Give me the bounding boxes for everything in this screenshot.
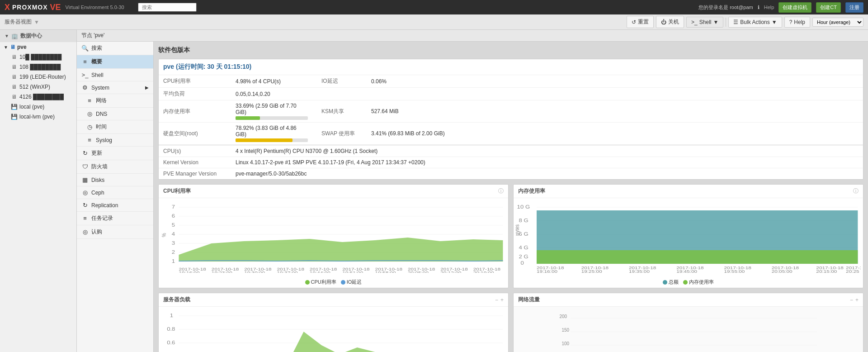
login-button[interactable]: 注册 [845,2,863,13]
sidebar-item-vm-512[interactable]: 🖥 512 (WinXP) [0,82,76,92]
main-toolbar: 服务器视图 ▼ ↺ 重置 ⏻ 关机 >_ Shell ▼ ☰ Bulk Acti… [0,14,868,30]
search-input[interactable] [138,3,197,12]
cpu-chart-title: CPU利用率 [163,187,191,195]
swap-label: SWAP 使用率 [312,123,367,145]
help-label: Help [794,19,805,25]
disk-progress-fill [236,138,292,142]
cpu-chart-info-icon[interactable]: ⓘ [498,187,504,195]
search-label: 搜索 [91,44,102,52]
local-pve-label: local (pve) [19,104,44,110]
sidebar-item-vm-101[interactable]: 🖥 10█ ████████ [0,52,76,62]
left-panel-syslog[interactable]: ≡ Syslog [77,134,153,147]
sidebar-node-pve[interactable]: ▼ 🖥 pve [0,42,76,52]
left-panel-firewall[interactable]: 🛡 防火墙 [77,160,153,174]
server-view-label: 服务器视图 [5,18,32,26]
sidebar-item-local-pve[interactable]: 💾 local (pve) [0,102,76,112]
node-toolbar: 节点 'pve' [77,30,868,42]
cpu-legend-io-label: IO延迟 [347,279,362,285]
sidebar-item-vm-199[interactable]: 🖥 199 (LEDE-Router) [0,72,76,82]
mem-legend-usage: 内存使用率 [683,279,714,285]
restart-label: 重置 [638,18,649,26]
left-panel-subscription[interactable]: ◎ 认购 [77,225,153,239]
restart-icon: ↺ [632,19,636,25]
bulk-actions-button[interactable]: ☰ Bulk Actions ▼ [728,17,782,28]
cpu-chart-card: CPU利用率 ⓘ 7 6 5 4 3 2 [158,184,509,288]
load-label: 平均负荷 [159,88,231,100]
vm-icon: 🖥 [11,54,17,60]
svg-text:0.6: 0.6 [167,340,175,345]
summary-icon: ≡ [81,58,89,65]
net-chart-card: 网络流量 − + 200 [513,293,863,352]
left-panel-ceph[interactable]: ◎ Ceph [77,186,153,199]
net-chart-svg: 200 150 100 50 0 [516,309,861,352]
shell-label: Shell [699,19,712,25]
shell-icon: >_ [81,71,89,78]
cpu-dot [305,280,310,285]
panel-title: 软件包版本 [158,46,190,53]
cpu-chart-body: 7 6 5 4 3 2 1 % [159,198,508,276]
cpu-area [179,238,503,262]
datacenter-arrow-icon: ▼ [5,33,9,38]
svg-text:6: 6 [172,214,175,219]
cpu-value: 4.98% of 4 CPU(s) [231,75,312,88]
svg-text:6 G: 6 G [519,232,528,237]
svg-text:19:23:00: 19:23:00 [212,270,232,273]
disk-progress-bg [236,138,308,142]
subscription-icon: ◎ [81,228,89,235]
load-area [179,332,503,352]
svg-text:1: 1 [172,259,175,264]
mem-usage-dot [683,280,688,285]
kernel-row: Kernel Version Linux 4.10.17-2-pve #1 SM… [159,157,863,168]
left-panel-time[interactable]: ◷ 时间 [77,120,153,134]
mem-chart-title: 内存使用率 [518,187,545,195]
left-panel-system[interactable]: ⚙ System ▶ [77,81,153,94]
charts-row-2: 服务器负载 − + 1 0.8 0.6 [158,293,863,352]
left-panel-summary[interactable]: ≡ 概要 [77,55,153,69]
left-panel-shell[interactable]: >_ Shell [77,69,153,81]
hour-select[interactable]: Hour (average) Day (average) Week (avera… [812,18,863,27]
sidebar-item-vm-108[interactable]: 🖥 108 ████████ [0,62,76,72]
svg-text:19:44:00: 19:44:00 [310,270,330,273]
mem-chart-svg: 10 G 8 G 6 G 4 G 2 G 0 Bytes [516,200,861,273]
help-button[interactable]: ? Help [784,17,810,28]
sidebar-datacenter[interactable]: ▼ 🏢 数据中心 [0,30,76,42]
left-panel-disks[interactable]: ▦ Disks [77,174,153,186]
left-panel-tasks[interactable]: ≡ 任务记录 [77,212,153,225]
net-chart-minus-icon[interactable]: − [850,297,853,303]
shutdown-button[interactable]: ⏻ 关机 [656,16,684,28]
create-vm-button[interactable]: 创建虚拟机 [778,2,811,13]
tasks-icon: ≡ [81,215,89,222]
left-panel-network[interactable]: ≡ 网络 [77,94,153,108]
svg-text:19:55:00: 19:55:00 [724,269,745,273]
svg-text:19:58:00: 19:58:00 [375,270,396,273]
sidebar-item-local-lvm[interactable]: 💾 local-lvm (pve) [0,112,76,122]
disk-label: 硬盘空间(root) [159,123,231,145]
cpu-legend-cpu-label: CPU利用率 [311,279,336,285]
cpu-chart-header: CPU利用率 ⓘ [159,185,508,198]
sidebar-item-vm-4126[interactable]: 🖥 4126 ████████ [0,92,76,102]
syslog-label: Syslog [96,137,112,143]
restart-button[interactable]: ↺ 重置 [627,16,654,28]
left-panel-search[interactable]: 🔍 搜索 [77,42,153,55]
net-chart-plus-icon[interactable]: + [855,297,859,303]
left-panel: 🔍 搜索 ≡ 概要 >_ Shell ⚙ System ▶ ≡ [77,42,154,352]
help-link[interactable]: Help [764,5,774,10]
load-chart-plus-icon[interactable]: + [500,297,504,303]
mem-chart-info-icon[interactable]: ⓘ [853,187,859,195]
replication-label: Replication [91,202,118,209]
pve-manager-value: pve-manager/5.0-30/5ab26bc [231,168,863,180]
network-icon: ≡ [86,97,93,104]
ceph-label: Ceph [91,190,104,196]
shell-nav-label: Shell [91,72,104,78]
left-panel-dns[interactable]: ◎ DNS [77,108,153,120]
load-chart-minus-icon[interactable]: − [495,297,498,303]
vm-199-label: 199 (LEDE-Router) [19,74,66,80]
disk-value: 78.92% (3.83 GiB of 4.86 GiB) [231,123,312,145]
create-ct-button[interactable]: 创建CT [816,2,841,13]
shutdown-label: 关机 [668,18,679,26]
left-panel-replication[interactable]: ↻ Replication [77,199,153,212]
mem-total-dot [663,280,667,285]
shell-button[interactable]: >_ Shell ▼ [686,17,723,28]
left-panel-update[interactable]: ↻ 更新 [77,147,153,160]
cpus-value: 4 x Intel(R) Pentium(R) CPU N3700 @ 1.60… [231,146,863,157]
